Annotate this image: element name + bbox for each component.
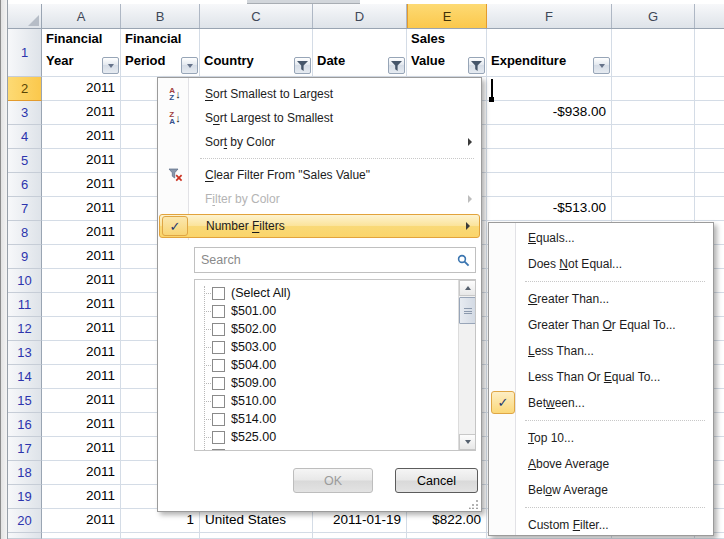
filter-value-checkbox[interactable] bbox=[212, 305, 225, 318]
menu-item-filter-by-color[interactable]: Filter by Color bbox=[158, 187, 481, 211]
filter-value-item[interactable]: $514.00 bbox=[195, 410, 458, 428]
submenu-item-less-than[interactable]: Less Than... bbox=[489, 338, 713, 364]
scroll-down-button[interactable] bbox=[459, 434, 476, 450]
cell-A2[interactable]: 2011 bbox=[42, 77, 121, 101]
cell-C20[interactable]: United States bbox=[200, 509, 313, 533]
cell-A14[interactable]: 2011 bbox=[42, 365, 121, 389]
column-header-D[interactable]: D bbox=[313, 4, 407, 28]
filter-value-item-partial[interactable] bbox=[195, 446, 458, 450]
row-header-7[interactable]: 7 bbox=[8, 197, 42, 221]
cell-F2[interactable] bbox=[487, 77, 612, 101]
select-all-corner[interactable] bbox=[8, 4, 42, 28]
cell-A20[interactable]: 2011 bbox=[42, 509, 121, 533]
submenu-item-greater-than[interactable]: Greater Than... bbox=[489, 286, 713, 312]
column-header-A[interactable]: A bbox=[42, 4, 121, 28]
row-header-17[interactable]: 17 bbox=[8, 437, 42, 461]
cell-G7[interactable] bbox=[612, 197, 695, 221]
cell-A17[interactable]: 2011 bbox=[42, 437, 121, 461]
cell-G3[interactable] bbox=[612, 101, 695, 125]
cell-A11[interactable]: 2011 bbox=[42, 293, 121, 317]
submenu-item-greater-than-or-equal-to[interactable]: Greater Than Or Equal To... bbox=[489, 312, 713, 338]
row-header-12[interactable]: 12 bbox=[8, 317, 42, 341]
cell-A3[interactable]: 2011 bbox=[42, 101, 121, 125]
cell-A10[interactable]: 2011 bbox=[42, 269, 121, 293]
column-header-C[interactable]: C bbox=[200, 4, 313, 28]
active-cell-fill-handle[interactable] bbox=[489, 97, 494, 102]
cell-A13[interactable]: 2011 bbox=[42, 341, 121, 365]
row-header-11[interactable]: 11 bbox=[8, 293, 42, 317]
cell-A4[interactable]: 2011 bbox=[42, 125, 121, 149]
row-header-16[interactable]: 16 bbox=[8, 413, 42, 437]
cell-D20[interactable]: 2011-01-19 bbox=[313, 509, 407, 533]
row-header-14[interactable]: 14 bbox=[8, 365, 42, 389]
filter-value-checkbox[interactable] bbox=[212, 413, 225, 426]
cell-E20[interactable]: $822.00 bbox=[407, 509, 487, 533]
cell-A5[interactable]: 2011 bbox=[42, 149, 121, 173]
submenu-item-less-than-or-equal-to[interactable]: Less Than Or Equal To... bbox=[489, 364, 713, 390]
column-header-B[interactable]: B bbox=[121, 4, 200, 28]
cell-A7[interactable]: 2011 bbox=[42, 197, 121, 221]
row-header-18[interactable]: 18 bbox=[8, 461, 42, 485]
cell-A6[interactable]: 2011 bbox=[42, 173, 121, 197]
cell-F6[interactable] bbox=[487, 173, 612, 197]
filter-dropdown-button[interactable] bbox=[102, 57, 119, 74]
row-header-partial[interactable] bbox=[8, 533, 42, 539]
cell-G5[interactable] bbox=[612, 149, 695, 173]
column-title-G[interactable] bbox=[612, 29, 695, 77]
row-header-1[interactable]: 1 bbox=[8, 29, 42, 77]
cell-F4[interactable] bbox=[487, 125, 612, 149]
row-header-13[interactable]: 13 bbox=[8, 341, 42, 365]
column-title-B[interactable]: FinancialPeriod bbox=[121, 29, 200, 77]
row-header-3[interactable]: 3 bbox=[8, 101, 42, 125]
filter-value-checkbox[interactable] bbox=[212, 377, 225, 390]
cell-A18[interactable]: 2011 bbox=[42, 461, 121, 485]
filter-value-item[interactable]: $510.00 bbox=[195, 392, 458, 410]
cell-A8[interactable]: 2011 bbox=[42, 221, 121, 245]
submenu-item-does-not-equal[interactable]: Does Not Equal... bbox=[489, 251, 713, 277]
column-title-D[interactable]: Date bbox=[313, 29, 407, 77]
column-title-C[interactable]: Country bbox=[200, 29, 313, 77]
filter-dropdown-button[interactable] bbox=[181, 57, 198, 74]
cancel-button[interactable]: Cancel bbox=[395, 468, 478, 493]
row-header-6[interactable]: 6 bbox=[8, 173, 42, 197]
menu-item-sort-by-color[interactable]: Sort by Color bbox=[158, 130, 481, 154]
cell-G6[interactable] bbox=[612, 173, 695, 197]
cell-F7[interactable]: -$513.00 bbox=[487, 197, 612, 221]
row-header-15[interactable]: 15 bbox=[8, 389, 42, 413]
submenu-item-top-10[interactable]: Top 10... bbox=[489, 425, 713, 451]
column-title-A[interactable]: FinancialYear bbox=[42, 29, 121, 77]
filter-funnel-button[interactable] bbox=[388, 57, 405, 74]
menu-item-sort-largest-to-smallest[interactable]: ZA↓Sort Largest to Smallest bbox=[158, 106, 481, 130]
submenu-item-equals[interactable]: Equals... bbox=[489, 225, 713, 251]
submenu-item-custom-filter[interactable]: Custom Filter... bbox=[489, 512, 713, 538]
column-header-G[interactable]: G bbox=[612, 4, 695, 28]
row-header-9[interactable]: 9 bbox=[8, 245, 42, 269]
search-input[interactable] bbox=[195, 253, 457, 267]
cell-G2[interactable] bbox=[612, 77, 695, 101]
menu-item-clear-filter[interactable]: Clear Filter From "Sales Value" bbox=[158, 163, 481, 187]
row-header-2[interactable]: 2 bbox=[8, 77, 42, 101]
cell-F3[interactable]: -$938.00 bbox=[487, 101, 612, 125]
row-header-5[interactable]: 5 bbox=[8, 149, 42, 173]
cell-A12[interactable]: 2011 bbox=[42, 317, 121, 341]
column-header-E[interactable]: E bbox=[407, 4, 487, 28]
ok-button[interactable]: OK bbox=[293, 468, 373, 493]
row-header-4[interactable]: 4 bbox=[8, 125, 42, 149]
cell-G4[interactable] bbox=[612, 125, 695, 149]
filter-value-item[interactable]: $503.00 bbox=[195, 338, 458, 356]
cell-B20[interactable]: 1 bbox=[121, 509, 200, 533]
filter-funnel-button[interactable] bbox=[468, 57, 485, 74]
scrollbar-thumb[interactable] bbox=[459, 297, 476, 324]
filter-funnel-button[interactable] bbox=[294, 57, 311, 74]
column-header-F[interactable]: F bbox=[487, 4, 612, 28]
filter-value-checkbox[interactable] bbox=[212, 359, 225, 372]
column-title-F[interactable]: Expenditure bbox=[487, 29, 612, 77]
cell-A16[interactable]: 2011 bbox=[42, 413, 121, 437]
cell-A15[interactable]: 2011 bbox=[42, 389, 121, 413]
cell-A9[interactable]: 2011 bbox=[42, 245, 121, 269]
row-header-19[interactable]: 19 bbox=[8, 485, 42, 509]
filter-value-checkbox[interactable] bbox=[212, 431, 225, 444]
scroll-up-button[interactable] bbox=[459, 280, 476, 296]
filter-value-item[interactable]: $501.00 bbox=[195, 302, 458, 320]
resize-grip[interactable] bbox=[469, 499, 479, 509]
